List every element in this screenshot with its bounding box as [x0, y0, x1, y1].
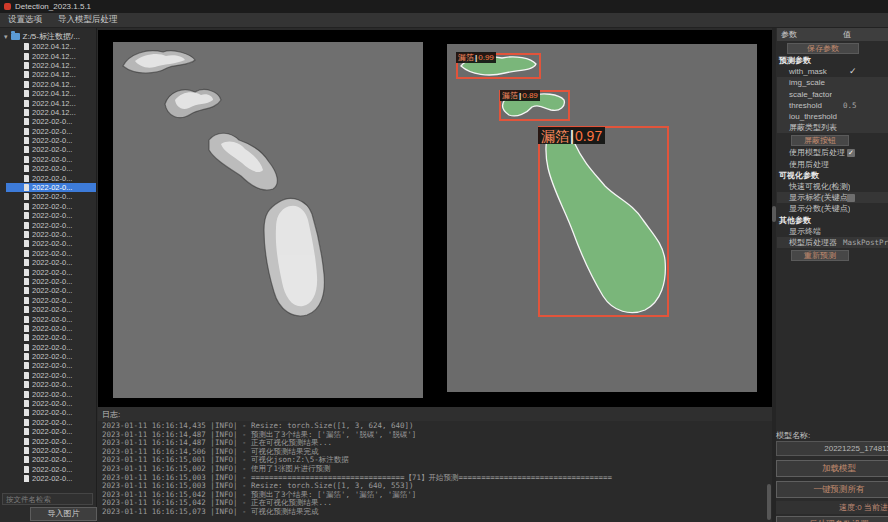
- original-image-panel[interactable]: [113, 42, 423, 398]
- param-row[interactable]: 快速可视化(检测): [777, 181, 888, 192]
- menu-item-import-postprocess[interactable]: 导入模型后处理: [58, 14, 118, 26]
- tree-item[interactable]: 2022-02-0...: [0, 267, 96, 276]
- file-icon: [24, 456, 29, 463]
- tree-item[interactable]: 2022-02-0...: [6, 183, 96, 192]
- tree-item-label: 2022.04.12...: [32, 70, 76, 79]
- param-button[interactable]: 保存参数: [787, 43, 859, 54]
- param-row[interactable]: 屏蔽类型列表: [777, 122, 888, 133]
- tree-item[interactable]: 2022-02-0...: [0, 164, 96, 173]
- postprocess-settings-button[interactable]: 后处理参数设置: [776, 516, 888, 522]
- tree-item-label: 2022-02-0...: [32, 324, 72, 333]
- import-images-button[interactable]: 导入图片: [30, 507, 97, 521]
- tree-item[interactable]: 2022-02-0...: [0, 389, 96, 398]
- param-row[interactable]: img_scale: [777, 77, 888, 88]
- file-icon: [24, 269, 29, 276]
- tree-item[interactable]: 2022.04.12...: [0, 51, 96, 60]
- tree-item[interactable]: 2022-02-0...: [0, 230, 96, 239]
- tree-item[interactable]: 2022-02-0...: [0, 145, 96, 154]
- param-button[interactable]: 重新预测: [791, 250, 849, 261]
- param-row[interactable]: 使用模型后处理✓: [777, 147, 888, 158]
- tree-item[interactable]: 2022.04.12...: [0, 98, 96, 107]
- param-button[interactable]: 屏蔽按钮: [791, 135, 849, 146]
- app-icon: [4, 3, 11, 10]
- tree-item[interactable]: 2022.04.12...: [0, 108, 96, 117]
- tree-item[interactable]: 2022-02-0...: [0, 286, 96, 295]
- tree-item[interactable]: 2022-02-0...: [0, 258, 96, 267]
- tree-item[interactable]: 2022-02-0...: [0, 305, 96, 314]
- tree-item[interactable]: 2022-02-0...: [0, 324, 96, 333]
- checkbox-checked[interactable]: ✓: [847, 149, 855, 157]
- tree-item[interactable]: 2022.04.12...: [0, 89, 96, 98]
- tree-item[interactable]: 2022-02-0...: [0, 352, 96, 361]
- panel-scrollbar-handle[interactable]: [772, 206, 776, 222]
- tree-item[interactable]: 2022.04.12...: [0, 80, 96, 89]
- search-input[interactable]: [2, 493, 93, 505]
- tree-item[interactable]: 2022-02-0...: [0, 314, 96, 323]
- tree-item[interactable]: 2022-02-0...: [0, 239, 96, 248]
- column-value: 值: [843, 29, 851, 40]
- tree-item[interactable]: 2022-02-0...: [0, 371, 96, 380]
- tree-item[interactable]: 2022-02-0...: [0, 465, 96, 474]
- tree-item[interactable]: 2022-02-0...: [0, 127, 96, 136]
- tree-item[interactable]: 2022-02-0...: [0, 399, 96, 408]
- param-row[interactable]: 模型后处理器MaskPostPro: [777, 237, 888, 248]
- tree-item[interactable]: 2022-02-0...: [0, 277, 96, 286]
- tree-item[interactable]: 2022.04.12...: [0, 70, 96, 79]
- tree-item[interactable]: 2022.04.12...: [0, 42, 96, 51]
- tree-item-label: 2022-02-0...: [32, 408, 72, 417]
- param-label: 快速可视化(检测): [777, 181, 850, 192]
- tree-item[interactable]: 2022-02-0...: [0, 343, 96, 352]
- predict-all-button[interactable]: 一键预测所有: [776, 481, 888, 498]
- tree-item[interactable]: 2022.04.12...: [0, 61, 96, 70]
- log-panel[interactable]: 日志: 2023-01-11 16:16:14,435 |INFO| - Res…: [98, 407, 772, 522]
- tree-item[interactable]: 2022-02-0...: [0, 117, 96, 126]
- tree-item[interactable]: 2022-02-0...: [0, 333, 96, 342]
- model-name-field[interactable]: 20221225_174813: [776, 441, 888, 456]
- file-icon: [24, 334, 29, 341]
- tree-item[interactable]: 2022-02-0...: [0, 296, 96, 305]
- tree-item-label: 2022-02-0...: [32, 361, 72, 370]
- param-value: MaskPostPro: [843, 237, 888, 248]
- tree-item[interactable]: 2022-02-0...: [0, 418, 96, 427]
- tree-root[interactable]: ▾ Z:/5-标注数据/...: [0, 30, 96, 42]
- param-row[interactable]: 显示标签(关键点): [777, 192, 888, 203]
- param-row[interactable]: threshold0.5: [777, 100, 888, 111]
- param-row[interactable]: 显示终端: [777, 226, 888, 237]
- tree-item[interactable]: 2022-02-0...: [0, 155, 96, 164]
- file-icon: [24, 118, 29, 125]
- param-label: iou_threshold: [777, 112, 837, 121]
- prediction-image-panel[interactable]: 漏箔|0.99漏箔|0.89漏箔|0.97: [447, 44, 757, 392]
- tree-item[interactable]: 2022-02-0...: [0, 136, 96, 145]
- tree-item[interactable]: 2022-02-0...: [0, 173, 96, 182]
- parameter-rows: 保存参数预测参数with_mask✓img_scalescale_factort…: [777, 41, 888, 262]
- menu-item-settings[interactable]: 设置选项: [8, 14, 42, 26]
- tree-item[interactable]: 2022-02-0...: [0, 474, 96, 483]
- detection-score: 0.97: [575, 128, 602, 144]
- file-icon: [24, 438, 29, 445]
- param-label: threshold: [777, 101, 822, 110]
- app-window: { "window": { "title": "Detection_2023.1…: [0, 0, 888, 522]
- param-value: 0.5: [843, 100, 857, 111]
- tree-item[interactable]: 2022-02-0...: [0, 361, 96, 370]
- tree-item[interactable]: 2022-02-0...: [0, 192, 96, 201]
- load-model-button[interactable]: 加载模型: [776, 460, 888, 477]
- param-row[interactable]: scale_factor: [777, 89, 888, 100]
- title-bar: Detection_2023.1.5.1: [0, 0, 888, 13]
- tree-item[interactable]: 2022-02-0...: [0, 211, 96, 220]
- tree-item[interactable]: 2022-02-0...: [0, 436, 96, 445]
- log-scrollbar[interactable]: [767, 484, 771, 520]
- param-row[interactable]: iou_threshold: [777, 111, 888, 122]
- tree-item[interactable]: 2022-02-0...: [0, 202, 96, 211]
- param-row[interactable]: 显示分数(关键点): [777, 203, 888, 214]
- tree-item[interactable]: 2022-02-0...: [0, 455, 96, 464]
- tree-item[interactable]: 2022-02-0...: [0, 249, 96, 258]
- checkbox-unchecked[interactable]: [847, 194, 855, 202]
- tree-item[interactable]: 2022-02-0...: [0, 220, 96, 229]
- tree-item[interactable]: 2022-02-0...: [0, 427, 96, 436]
- param-row[interactable]: 使用后处理: [777, 159, 888, 170]
- param-row[interactable]: with_mask✓: [777, 66, 888, 77]
- file-icon: [24, 306, 29, 313]
- tree-item[interactable]: 2022-02-0...: [0, 446, 96, 455]
- tree-item[interactable]: 2022-02-0...: [0, 408, 96, 417]
- tree-item[interactable]: 2022-02-0...: [0, 380, 96, 389]
